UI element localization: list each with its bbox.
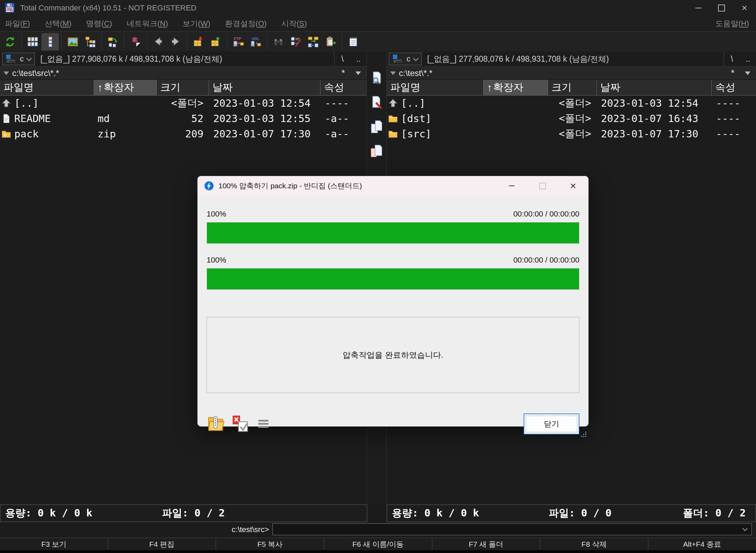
ftp-connect-button[interactable]: FTP [230,33,247,51]
left-drive-selector[interactable]: c [2,53,35,65]
multi-rename-button[interactable] [287,33,304,51]
menu-file[interactable]: 파일(F) [0,18,37,29]
sync-dirs-button[interactable] [304,33,322,51]
refresh-icon [5,36,16,47]
left-filter-button[interactable]: * [341,68,345,78]
thumbnails-view-button[interactable] [64,33,82,51]
dialog-minimize-button[interactable] [496,176,527,196]
delete-source-check-icon [232,415,250,433]
command-input[interactable] [272,523,752,535]
copy-file-button[interactable] [369,119,384,135]
document-icon [1,114,11,123]
column-header-date[interactable]: 날짜 [209,80,321,95]
folder-icon [388,114,398,123]
column-header-attr[interactable]: 속성 [321,80,367,95]
menu-configuration[interactable]: 환경설정(O) [218,18,274,29]
left-parent-dir-button[interactable]: .. [350,54,367,64]
branch-view-button[interactable] [104,33,122,51]
menu-show[interactable]: 보기(W) [175,18,217,29]
f4-edit-button[interactable]: F4 편집 [108,538,216,551]
f8-delete-button[interactable]: F8 삭제 [540,538,648,551]
hamburger-menu-icon [257,418,271,430]
right-root-dir-button[interactable]: \ [724,54,740,64]
right-folders-status: 폴더: 0 / 2 [683,506,746,520]
left-status: 용량: 0 k / 0 k 파일: 0 / 2 [0,505,367,522]
tree-view-button[interactable] [82,33,99,51]
menu-net[interactable]: 네트워크(N) [119,18,176,29]
table-row[interactable]: README md 52 2023-01-03 12:55 -a-- [0,111,367,126]
edit-file-icon [370,96,383,110]
delete-source-checkbox[interactable] [232,415,250,433]
column-header-date[interactable]: 날짜 [597,80,712,95]
copy-to-clipboard-button[interactable] [322,33,339,51]
notepad-icon [348,36,359,47]
refresh-button[interactable] [1,33,19,51]
table-row[interactable]: [..] <폴더> 2023-01-03 12:54 ---- [0,96,367,111]
window-minimize-button[interactable] [687,0,710,16]
pack-icon [193,36,204,47]
left-path-bar[interactable]: c:\test\src\*.* * [0,67,367,80]
back-button[interactable] [149,33,167,51]
search-button[interactable] [270,33,287,51]
left-root-dir-button[interactable]: \ [334,54,350,64]
filter-button[interactable] [127,33,144,51]
quick-view-button[interactable] [369,70,384,86]
f3-view-button[interactable]: F3 보기 [0,538,108,551]
full-view-button[interactable] [24,33,41,51]
table-row[interactable]: [..] <폴더> 2023-01-03 12:54 ---- [387,96,756,111]
pack-button[interactable] [190,33,207,51]
f6-move-button[interactable]: F6 새 이름/이동 [324,538,432,551]
function-key-bar: F3 보기 F4 편집 F5 복사 F6 새 이름/이동 F7 새 폴더 F8 … [0,538,756,551]
left-history-dropdown-icon[interactable] [355,71,361,75]
dialog-menu-button[interactable] [257,418,271,430]
svg-text:64: 64 [10,9,13,12]
menu-start[interactable]: 시작(S) [274,18,314,29]
f5-copy-button[interactable]: F5 복사 [216,538,324,551]
column-header-size[interactable]: 크기 [157,80,209,95]
right-parent-dir-button[interactable]: .. [740,54,756,64]
close-dialog-button[interactable]: 닫기 [524,414,579,434]
right-drive-letter: c [407,54,410,63]
hard-drive-icon [6,54,16,63]
file-progress-time: 00:00:00 / 00:00:00 [513,256,579,265]
open-archive-folder-button[interactable] [207,415,225,433]
url-connect-button[interactable]: URL [247,33,264,51]
left-drive-letter: c [20,54,24,63]
dialog-body: 100% 00:00:00 / 00:00:00 100% 00:00:00 /… [198,210,588,440]
full-view-icon [27,36,38,47]
brief-view-button[interactable] [41,33,59,51]
window-maximize-button[interactable] [710,0,733,16]
multi-rename-icon [290,36,301,47]
column-header-name[interactable]: 파일명 [387,80,484,95]
right-filter-button[interactable]: * [731,68,734,78]
right-path-bar[interactable]: c:\test\*.* * [387,67,756,80]
table-row[interactable]: [dst] <폴더> 2023-01-07 16:43 ---- [387,111,756,126]
f7-new-folder-button[interactable]: F7 새 폴더 [432,538,540,551]
minimize-icon [509,185,515,186]
dialog-close-button[interactable]: × [558,176,588,196]
back-arrow-icon [153,36,164,47]
table-row[interactable]: [src] <폴더> 2023-01-07 17:30 ---- [387,126,756,142]
menu-commands[interactable]: 명령(C) [79,18,119,29]
zip-folder-icon [1,129,11,139]
forward-arrow-icon [170,36,181,47]
alt-f4-exit-button[interactable]: Alt+F4 종료 [648,538,756,551]
menu-help[interactable]: 도움말(H) [708,18,756,29]
table-row[interactable]: pack zip 209 2023-01-07 17:30 -a-- [0,126,367,142]
resize-grip[interactable] [581,432,587,439]
move-file-button[interactable] [369,144,384,160]
column-header-ext[interactable]: ↑확장자 [484,80,548,95]
unpack-button[interactable] [207,33,224,51]
column-header-ext[interactable]: ↑확장자 [94,80,157,95]
column-header-size[interactable]: 크기 [548,80,597,95]
right-drive-selector[interactable]: c [389,53,422,65]
window-close-button[interactable]: × [733,0,756,16]
forward-button[interactable] [167,33,184,51]
toolbar: FTP URL [0,31,756,52]
column-header-name[interactable]: 파일명 [0,80,94,95]
right-history-dropdown-icon[interactable] [745,71,750,75]
menu-mark[interactable]: 선택(M) [37,18,79,29]
column-header-attr[interactable]: 속성 [712,80,756,95]
edit-file-button[interactable] [369,95,384,111]
notepad-button[interactable] [345,33,362,51]
